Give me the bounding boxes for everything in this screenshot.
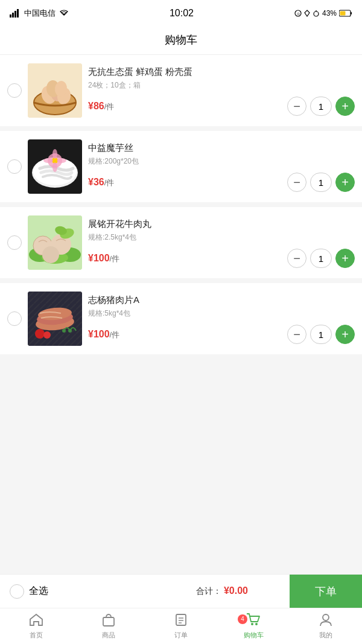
price-amount-2: ¥36 xyxy=(88,177,104,187)
item-checkbox-1[interactable] xyxy=(7,83,22,98)
select-all-checkbox[interactable] xyxy=(10,584,24,599)
tab-orders[interactable]: 订单 xyxy=(145,613,217,640)
tab-cart-label: 购物车 xyxy=(244,631,264,640)
item-bottom-1: ¥86/件 − 1 + xyxy=(88,97,355,116)
checkout-button[interactable]: 下单 xyxy=(290,575,362,608)
tab-products-label: 商品 xyxy=(102,631,115,640)
price-amount-3: ¥100 xyxy=(88,253,110,263)
tab-home[interactable]: 首页 xyxy=(0,613,72,640)
cart-item-1: 无抗生态蛋 鲜鸡蛋 粉壳蛋 24枚；10盒；箱 ¥86/件 − 1 + xyxy=(0,55,362,126)
svg-point-7 xyxy=(314,11,319,16)
svg-point-46 xyxy=(43,331,51,339)
svg-rect-10 xyxy=(351,12,352,14)
item-info-4: 志杨猪肉片A 规格:5kg*4包 ¥100/件 − 1 + xyxy=(88,293,355,344)
tab-profile-label: 我的 xyxy=(319,631,332,640)
item-info-3: 展铭开花牛肉丸 规格:2.5kg*4包 ¥100/件 − 1 + xyxy=(88,217,355,268)
price-unit-3: /件 xyxy=(110,254,120,263)
svg-rect-50 xyxy=(176,614,186,625)
svg-point-25 xyxy=(52,149,57,159)
item-price-3: ¥100/件 xyxy=(88,253,119,264)
qty-plus-3[interactable]: + xyxy=(335,249,355,268)
item-bottom-3: ¥100/件 − 1 + xyxy=(88,249,355,268)
item-bottom-4: ¥100/件 − 1 + xyxy=(88,325,355,344)
qty-value-4: 1 xyxy=(310,325,332,344)
item-info-2: 中益魔芋丝 规格:200g*20包 ¥36/件 − 1 + xyxy=(88,141,355,192)
qty-control-1: − 1 + xyxy=(287,97,355,116)
svg-marker-6 xyxy=(305,10,310,16)
qty-minus-3[interactable]: − xyxy=(287,249,306,268)
svg-rect-3 xyxy=(17,9,19,18)
item-checkbox-3[interactable] xyxy=(7,235,22,250)
qty-plus-2[interactable]: + xyxy=(335,173,355,192)
svg-rect-2 xyxy=(14,11,16,18)
select-all-area: 全选 xyxy=(0,584,154,599)
svg-point-56 xyxy=(323,614,329,620)
total-area: 合计： ¥0.00 xyxy=(154,585,290,597)
price-amount-1: ¥86 xyxy=(88,101,104,111)
tab-products[interactable]: 商品 xyxy=(72,613,145,640)
qty-minus-2[interactable]: − xyxy=(287,173,306,192)
cart-list: 无抗生态蛋 鲜鸡蛋 粉壳蛋 24枚；10盒；箱 ¥86/件 − 1 + xyxy=(0,55,362,354)
svg-point-55 xyxy=(255,623,258,625)
qty-value-1: 1 xyxy=(310,97,332,116)
empty-area xyxy=(0,359,362,492)
cart-icon: 4 xyxy=(246,613,261,629)
signal-icon xyxy=(10,9,21,18)
qty-control-2: − 1 + xyxy=(287,173,355,192)
item-image-2 xyxy=(28,139,82,194)
wifi-icon xyxy=(59,10,69,17)
tab-orders-label: 订单 xyxy=(174,631,188,640)
item-image-4 xyxy=(28,292,82,346)
item-image-1 xyxy=(28,63,82,118)
svg-point-48 xyxy=(68,329,72,333)
item-price-1: ¥86/件 xyxy=(88,101,114,112)
qty-value-2: 1 xyxy=(310,173,332,192)
cart-badge: 4 xyxy=(238,614,247,624)
item-spec-4: 规格:5kg*4包 xyxy=(88,308,355,319)
cart-item-2: 中益魔芋丝 规格:200g*20包 ¥36/件 − 1 + xyxy=(0,131,362,202)
tab-cart[interactable]: 4 购物车 xyxy=(217,613,290,640)
products-icon xyxy=(101,613,116,629)
location-icon xyxy=(304,10,310,17)
battery-icon xyxy=(339,10,352,17)
item-info-1: 无抗生态蛋 鲜鸡蛋 粉壳蛋 24枚；10盒；箱 ¥86/件 − 1 + xyxy=(88,65,355,116)
tab-home-label: 首页 xyxy=(30,631,43,640)
status-bar: 中国电信 10:02 ⊙ 43% xyxy=(0,0,362,27)
svg-point-54 xyxy=(251,623,253,625)
status-right: ⊙ 43% xyxy=(294,9,352,18)
battery-text: 43% xyxy=(322,9,337,18)
alarm-icon xyxy=(313,10,320,17)
qty-minus-1[interactable]: − xyxy=(287,97,306,116)
item-price-4: ¥100/件 xyxy=(88,329,119,340)
total-amount: ¥0.00 xyxy=(224,585,248,596)
item-checkbox-4[interactable] xyxy=(7,311,22,326)
orders-icon xyxy=(174,613,188,629)
qty-value-3: 1 xyxy=(310,249,332,268)
tab-bar: 首页 商品 订单 4 xyxy=(0,608,362,644)
item-name-3: 展铭开花牛肉丸 xyxy=(88,217,355,230)
svg-point-36 xyxy=(42,246,59,263)
svg-rect-49 xyxy=(103,617,114,626)
price-unit-1: /件 xyxy=(104,102,115,111)
item-name-2: 中益魔芋丝 xyxy=(88,141,355,154)
svg-text:⊙: ⊙ xyxy=(296,12,299,16)
item-checkbox-2[interactable] xyxy=(7,159,22,174)
home-icon xyxy=(29,613,43,629)
qty-control-3: − 1 + xyxy=(287,249,355,268)
svg-rect-11 xyxy=(340,11,345,16)
item-spec-3: 规格:2.5kg*4包 xyxy=(88,232,355,243)
qty-plus-4[interactable]: + xyxy=(335,325,355,344)
tab-profile[interactable]: 我的 xyxy=(290,613,362,640)
qty-plus-1[interactable]: + xyxy=(335,97,355,116)
item-name-4: 志杨猪肉片A xyxy=(88,293,355,306)
item-price-2: ¥36/件 xyxy=(88,177,114,188)
svg-point-27 xyxy=(43,158,53,163)
item-bottom-2: ¥36/件 − 1 + xyxy=(88,173,355,192)
svg-point-45 xyxy=(35,329,45,339)
svg-point-26 xyxy=(52,162,57,172)
svg-point-28 xyxy=(57,158,66,163)
select-all-label: 全选 xyxy=(29,585,48,598)
total-label: 合计： xyxy=(196,586,221,596)
qty-minus-4[interactable]: − xyxy=(287,325,306,344)
svg-point-47 xyxy=(62,329,66,333)
